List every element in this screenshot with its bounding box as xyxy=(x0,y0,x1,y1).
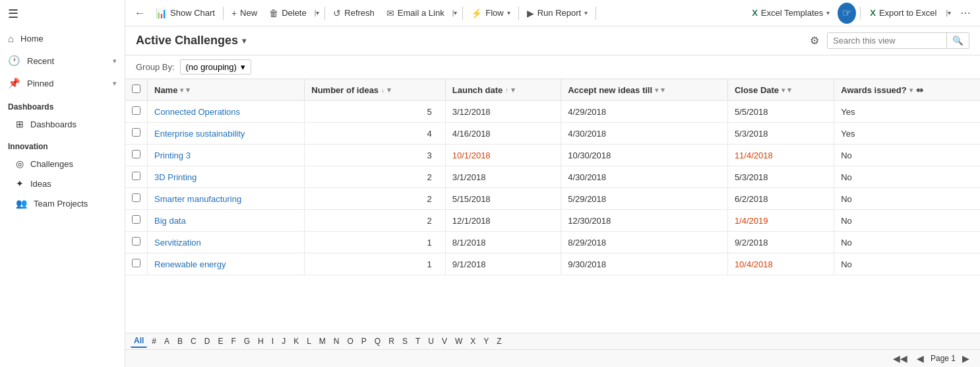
sidebar-item-recent[interactable]: 🕐 Recent ▾ xyxy=(0,50,125,72)
row-checkbox[interactable] xyxy=(132,172,140,180)
search-view-button[interactable]: 🔍 xyxy=(946,33,969,48)
row-checkbox[interactable] xyxy=(132,259,140,267)
export-excel-button[interactable]: X Export to Excel xyxy=(865,5,942,20)
delete-button[interactable]: 🗑 Delete xyxy=(264,5,312,21)
alpha-item-f[interactable]: F xyxy=(228,335,239,347)
view-title-chevron-icon[interactable]: ▾ xyxy=(242,36,246,46)
filter-icon[interactable]: ⚙ xyxy=(807,32,822,50)
excel-templates-icon: X xyxy=(752,8,758,18)
col-close-date-filter-icon[interactable]: ▾ xyxy=(787,86,791,94)
row-name-link[interactable]: 3D Printing xyxy=(154,172,197,182)
row-close-date-cell: 9/2/2018 xyxy=(727,232,834,253)
export-dropdown[interactable]: |▾ xyxy=(944,7,954,19)
email-dropdown[interactable]: |▾ xyxy=(451,7,460,19)
row-name-link[interactable]: Servitization xyxy=(154,238,201,248)
row-checkbox[interactable] xyxy=(132,193,140,202)
alpha-item-x[interactable]: X xyxy=(467,335,479,347)
page-prev-button[interactable]: ◀ xyxy=(914,352,927,365)
alpha-item-a[interactable]: A xyxy=(161,335,173,347)
table-container: Name ▾ ▾ Number of ideas ↓ ▾ xyxy=(125,79,980,333)
alpha-item-o[interactable]: O xyxy=(344,335,357,347)
col-num-ideas-filter-icon[interactable]: ▾ xyxy=(387,86,391,94)
sidebar-item-dashboards[interactable]: ⊞ Dashboards xyxy=(0,114,125,134)
alpha-item-#[interactable]: # xyxy=(148,335,160,347)
alpha-item-g[interactable]: G xyxy=(241,335,253,347)
alpha-item-v[interactable]: V xyxy=(439,335,450,347)
refresh-button[interactable]: ↺ Refresh xyxy=(328,5,380,21)
col-awards-resize-icon[interactable]: ⇔ xyxy=(915,85,925,95)
row-accept-ideas-cell: 12/30/2018 xyxy=(561,210,728,232)
col-launch-date-filter-icon[interactable]: ▾ xyxy=(511,86,515,94)
sidebar-item-challenges[interactable]: ◎ Challenges xyxy=(0,154,125,174)
alpha-item-w[interactable]: W xyxy=(452,335,466,347)
page-next-button[interactable]: ▶ xyxy=(960,352,972,365)
select-all-checkbox[interactable] xyxy=(132,84,140,93)
row-name-link[interactable]: Smarter manufacturing xyxy=(154,194,241,204)
row-checkbox[interactable] xyxy=(132,150,140,158)
col-checkbox[interactable] xyxy=(125,79,148,101)
col-awards-sort-icon[interactable]: ▾ xyxy=(909,86,913,94)
sidebar-item-ideas[interactable]: ✦ Ideas xyxy=(0,174,125,193)
row-checkbox[interactable] xyxy=(132,215,140,224)
back-button[interactable]: ← xyxy=(131,4,149,22)
col-launch-date-sort-icon[interactable]: ↑ xyxy=(505,86,508,94)
alpha-item-i[interactable]: I xyxy=(268,335,277,347)
sidebar-item-home[interactable]: ⌂ Home xyxy=(0,28,125,50)
row-accept-ideas-cell: 5/29/2018 xyxy=(561,188,728,210)
alpha-item-l[interactable]: L xyxy=(303,335,315,347)
hamburger-menu[interactable]: ☰ xyxy=(0,0,125,28)
email-link-button[interactable]: ✉ Email a Link xyxy=(381,5,450,21)
row-checkbox[interactable] xyxy=(132,106,140,115)
flow-button[interactable]: ⚡ Flow ▾ xyxy=(466,5,515,21)
alpha-item-u[interactable]: U xyxy=(425,335,437,347)
alpha-item-k[interactable]: K xyxy=(290,335,302,347)
alpha-item-p[interactable]: P xyxy=(358,335,370,347)
sidebar-item-team-projects[interactable]: 👥 Team Projects xyxy=(0,193,125,213)
col-accept-ideas-filter-icon[interactable]: ▾ xyxy=(661,86,665,94)
alpha-item-b[interactable]: B xyxy=(174,335,186,347)
recent-icon: 🕐 xyxy=(8,55,20,67)
col-accept-ideas-sort-icon[interactable]: ▾ xyxy=(655,86,658,94)
excel-templates-button[interactable]: X Excel Templates ▾ xyxy=(747,5,835,20)
row-name-link[interactable]: Enterprise sustainability xyxy=(154,129,245,139)
page-first-button[interactable]: ◀◀ xyxy=(890,352,910,365)
alpha-item-z[interactable]: Z xyxy=(493,335,505,347)
export-excel-label: Export to Excel xyxy=(879,8,936,18)
alpha-item-s[interactable]: S xyxy=(399,335,411,347)
alpha-item-j[interactable]: J xyxy=(278,335,289,347)
alpha-item-y[interactable]: Y xyxy=(480,335,492,347)
col-name-sort-icon[interactable]: ▾ xyxy=(180,86,183,94)
col-num-ideas-sort-icon[interactable]: ↓ xyxy=(381,86,384,94)
alpha-item-c[interactable]: C xyxy=(187,335,200,347)
col-awards-label: Awards issued? xyxy=(841,85,906,95)
alpha-item-n[interactable]: N xyxy=(330,335,343,347)
row-awards-cell: No xyxy=(834,210,980,232)
more-options-button[interactable]: ⋯ xyxy=(956,4,975,22)
row-checkbox[interactable] xyxy=(132,237,140,246)
row-name-link[interactable]: Printing 3 xyxy=(154,150,191,160)
row-checkbox[interactable] xyxy=(132,128,140,137)
col-name-filter-icon[interactable]: ▾ xyxy=(186,86,190,94)
col-close-date-sort-icon[interactable]: ▾ xyxy=(781,86,785,94)
alpha-item-all[interactable]: All xyxy=(131,335,147,348)
group-by-label: Group By: xyxy=(136,62,175,72)
row-accept-ideas-cell: 10/30/2018 xyxy=(561,145,728,166)
alpha-item-q[interactable]: Q xyxy=(371,335,384,347)
group-by-select[interactable]: (no grouping) ▾ xyxy=(180,59,251,75)
search-view-input[interactable] xyxy=(828,33,946,48)
alpha-item-r[interactable]: R xyxy=(385,335,398,347)
alpha-item-d[interactable]: D xyxy=(201,335,214,347)
alpha-item-e[interactable]: E xyxy=(214,335,226,347)
alpha-item-h[interactable]: H xyxy=(255,335,267,347)
new-button[interactable]: + New xyxy=(226,5,262,21)
alpha-item-t[interactable]: T xyxy=(412,335,423,347)
sidebar-item-pinned[interactable]: 📌 Pinned ▾ xyxy=(0,72,125,94)
run-report-button[interactable]: ▶ Run Report ▾ xyxy=(522,5,593,21)
alpha-item-m[interactable]: M xyxy=(316,335,329,347)
row-launch-date-cell: 5/15/2018 xyxy=(445,188,561,210)
show-chart-button[interactable]: 📊 Show Chart xyxy=(150,5,220,21)
row-name-link[interactable]: Big data xyxy=(154,216,186,226)
row-name-link[interactable]: Connected Operations xyxy=(154,107,240,117)
delete-dropdown[interactable]: |▾ xyxy=(313,7,322,19)
row-name-link[interactable]: Renewable energy xyxy=(154,259,226,269)
